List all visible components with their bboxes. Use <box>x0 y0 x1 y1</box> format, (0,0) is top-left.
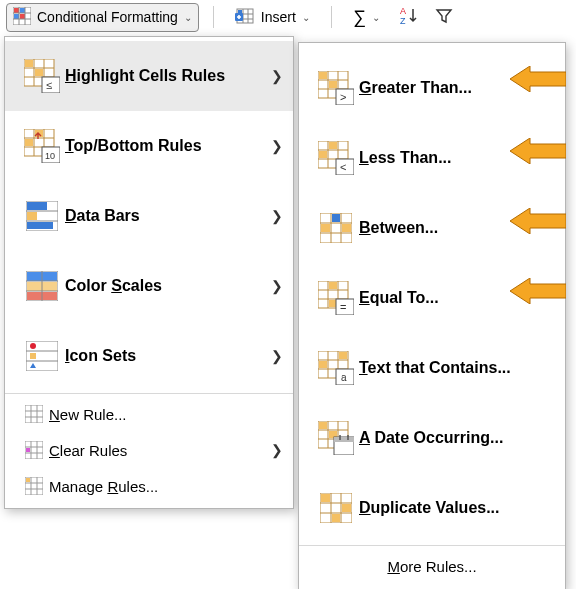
svg-text:10: 10 <box>45 151 55 161</box>
menu-item-label: Icon Sets <box>65 347 265 365</box>
menu-separator <box>299 545 565 546</box>
greater-than-icon: > <box>313 71 359 105</box>
chevron-right-icon: ❯ <box>271 138 283 154</box>
sort-button[interactable]: A Z <box>395 1 423 34</box>
dropdown-caret-icon: ⌄ <box>184 12 192 23</box>
clear-rules-icon <box>19 441 49 459</box>
sum-button[interactable]: ∑ ⌄ <box>346 3 387 32</box>
menu-item-label: New Rule... <box>49 406 283 423</box>
submenu-item-label: A Date Occurring... <box>359 429 555 447</box>
submenu-item-label: Equal To... <box>359 289 555 307</box>
menu-item-label: Manage Rules... <box>49 478 283 495</box>
menu-item-label: Data Bars <box>65 207 265 225</box>
svg-rect-88 <box>319 151 327 158</box>
menu-item-clear-rules[interactable]: Clear Rules ❯ <box>5 432 293 468</box>
conditional-formatting-menu: ≤ Highlight Cells Rules ❯ 10 Top/Bottom … <box>4 36 294 509</box>
toolbar-divider <box>331 6 332 28</box>
menu-item-highlight-cells-rules[interactable]: ≤ Highlight Cells Rules ❯ <box>5 41 293 111</box>
submenu-item-label: Text that Contains... <box>359 359 555 377</box>
svg-rect-40 <box>27 212 37 220</box>
conditional-formatting-icon <box>13 7 31 28</box>
icon-sets-icon <box>19 341 65 371</box>
svg-rect-113 <box>319 361 327 368</box>
submenu-item-label: More Rules... <box>387 558 476 575</box>
data-bars-icon <box>19 201 65 231</box>
svg-rect-134 <box>342 504 351 512</box>
chevron-right-icon: ❯ <box>271 278 283 294</box>
svg-text:=: = <box>340 301 346 313</box>
highlight-cells-submenu: > Greater Than... < Less Than... <box>298 42 566 589</box>
duplicate-values-icon <box>313 493 359 523</box>
submenu-item-date-occurring[interactable]: A Date Occurring... <box>299 403 565 473</box>
svg-rect-4 <box>20 14 25 19</box>
svg-rect-104 <box>329 282 337 289</box>
submenu-item-greater-than[interactable]: > Greater Than... <box>299 53 565 123</box>
svg-rect-135 <box>332 514 340 522</box>
svg-rect-79 <box>329 81 337 88</box>
submenu-item-less-than[interactable]: < Less Than... <box>299 123 565 193</box>
svg-text:A: A <box>400 6 406 16</box>
menu-item-new-rule[interactable]: New Rule... <box>5 396 293 432</box>
svg-rect-98 <box>342 224 351 232</box>
toolbar-divider <box>213 6 214 28</box>
svg-rect-96 <box>332 214 340 222</box>
svg-text:>: > <box>340 91 346 103</box>
svg-rect-97 <box>321 224 330 232</box>
svg-rect-25 <box>25 60 33 67</box>
insert-label: Insert <box>261 9 296 25</box>
equal-to-icon: = <box>313 281 359 315</box>
svg-rect-2 <box>20 8 25 13</box>
less-than-icon: < <box>313 141 359 175</box>
menu-item-data-bars[interactable]: Data Bars ❯ <box>5 181 293 251</box>
dropdown-caret-icon: ⌄ <box>372 12 380 23</box>
menu-separator <box>5 393 293 394</box>
new-rule-icon <box>19 405 49 423</box>
sort-az-icon: A Z <box>398 5 420 30</box>
menu-item-manage-rules[interactable]: Manage Rules... <box>5 468 293 504</box>
submenu-item-label: Greater Than... <box>359 79 555 97</box>
color-scales-icon <box>19 271 65 301</box>
svg-rect-6 <box>14 20 30 24</box>
menu-item-label: Color Scales <box>65 277 265 295</box>
conditional-formatting-label: Conditional Formatting <box>37 9 178 25</box>
svg-rect-3 <box>14 14 19 19</box>
svg-rect-78 <box>319 72 327 79</box>
top-bottom-icon: 10 <box>19 129 65 163</box>
svg-text:a: a <box>341 372 347 383</box>
submenu-item-duplicate-values[interactable]: Duplicate Values... <box>299 473 565 543</box>
svg-text:Z: Z <box>400 16 406 26</box>
svg-rect-66 <box>26 448 30 452</box>
menu-item-icon-sets[interactable]: Icon Sets ❯ <box>5 321 293 391</box>
menu-item-label: Highlight Cells Rules <box>65 67 265 85</box>
submenu-item-equal-to[interactable]: = Equal To... <box>299 263 565 333</box>
between-icon <box>313 213 359 243</box>
chevron-right-icon: ❯ <box>271 442 283 458</box>
svg-rect-133 <box>321 494 330 502</box>
svg-rect-114 <box>339 352 347 359</box>
chevron-right-icon: ❯ <box>271 208 283 224</box>
svg-rect-26 <box>35 69 43 76</box>
filter-icon <box>434 6 454 29</box>
submenu-item-between[interactable]: Between... <box>299 193 565 263</box>
menu-item-top-bottom-rules[interactable]: 10 Top/Bottom Rules ❯ <box>5 111 293 181</box>
insert-button[interactable]: Insert ⌄ <box>228 3 317 32</box>
svg-rect-55 <box>30 353 36 359</box>
menu-item-color-scales[interactable]: Color Scales ❯ <box>5 251 293 321</box>
dropdown-caret-icon: ⌄ <box>302 12 310 23</box>
svg-point-54 <box>30 343 36 349</box>
svg-rect-1 <box>14 8 19 13</box>
svg-rect-41 <box>27 222 53 229</box>
manage-rules-icon <box>19 477 49 495</box>
chevron-right-icon: ❯ <box>271 68 283 84</box>
submenu-item-label: Less Than... <box>359 149 555 167</box>
menu-item-label: Top/Bottom Rules <box>65 137 265 155</box>
insert-icon <box>235 7 255 28</box>
submenu-item-more-rules[interactable]: More Rules... <box>299 548 565 585</box>
highlight-cells-icon: ≤ <box>19 59 65 93</box>
svg-rect-72 <box>26 478 30 482</box>
conditional-formatting-button[interactable]: Conditional Formatting ⌄ <box>6 3 199 32</box>
submenu-item-text-contains[interactable]: a Text that Contains... <box>299 333 565 403</box>
svg-rect-16 <box>238 10 242 13</box>
svg-rect-56 <box>25 405 43 423</box>
filter-button[interactable] <box>431 2 457 33</box>
